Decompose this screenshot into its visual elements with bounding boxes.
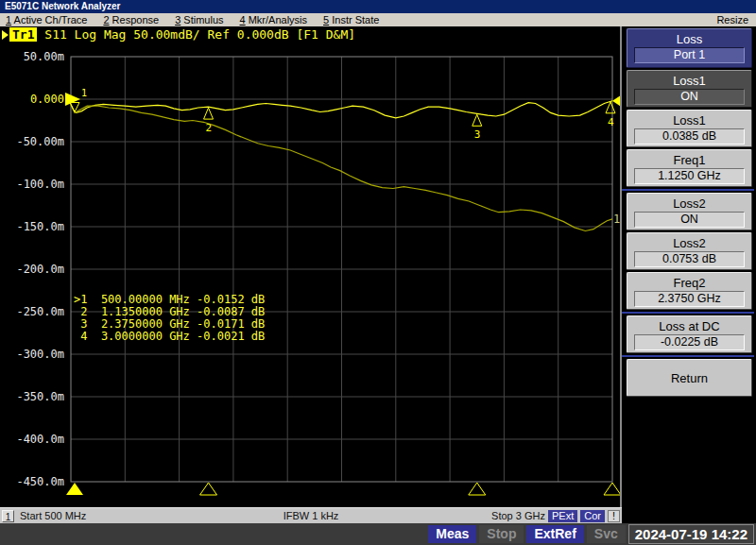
softkey-loss2-0.0753-db[interactable]: Loss20.0753 dB <box>627 232 752 270</box>
marker-3-icon <box>472 114 482 126</box>
active-trace-arrow-icon <box>2 30 9 40</box>
stimulus-marker-1-icon <box>66 483 83 495</box>
softkey-group-separator <box>622 312 754 314</box>
menu-items: 1 Active Ch/Trace2 Response3 Stimulus4 M… <box>6 14 395 26</box>
menu-item-stimulus[interactable]: 3 Stimulus <box>175 14 223 26</box>
softkey-label: Loss2 <box>627 194 751 212</box>
softkey-value: 1.1250 GHz <box>634 168 745 184</box>
channel-number-box: 1 <box>2 510 14 522</box>
softkey-freq1-1.1250-ghz[interactable]: Freq11.1250 GHz <box>627 149 752 187</box>
menu-item-instr-state[interactable]: 5 Instr State <box>323 14 379 26</box>
datetime-display: 2024-07-19 14:22 <box>628 524 754 544</box>
softkey-value: ON <box>634 89 745 105</box>
cor-badge: Cor <box>580 510 605 522</box>
softkey-label: Loss1 <box>627 71 751 89</box>
softkey-label: Loss at DC <box>627 316 751 334</box>
alert-badge: ! <box>608 510 620 522</box>
menu-item-active-ch-trace[interactable]: 1 Active Ch/Trace <box>6 14 87 26</box>
softkey-value: -0.0225 dB <box>634 334 745 350</box>
trace-tag: Tr1 <box>9 27 37 42</box>
y-tick-label: -450.0m <box>0 476 64 488</box>
status-stop: Stop <box>479 525 524 543</box>
marker-readout-table: >1 500.00000 MHz -0.0152 dB 2 1.1350000 … <box>74 294 265 343</box>
softkey-value: 0.0385 dB <box>634 128 745 145</box>
y-tick-label: -400.0m <box>0 434 64 446</box>
softkey-group-separator <box>622 189 754 191</box>
softkey-label: Freq1 <box>627 150 751 168</box>
start-frequency-label: Start 500 MHz <box>20 510 86 521</box>
softkey-value: 2.3750 GHz <box>634 291 745 307</box>
softkey-loss-at-dc--0.0225-db[interactable]: Loss at DC-0.0225 dB <box>627 315 752 353</box>
y-tick-label: -50.00m <box>0 136 64 148</box>
window-title: E5071C Network Analyzer <box>5 1 120 11</box>
softkey-loss-port-1[interactable]: LossPort 1 <box>627 28 752 68</box>
softkey-freq2-2.3750-ghz[interactable]: Freq22.3750 GHz <box>627 272 752 310</box>
status-meas: Meas <box>428 525 476 543</box>
softkey-value: Port 1 <box>634 47 745 63</box>
softkey-loss2-on[interactable]: Loss2ON <box>627 193 752 230</box>
softkey-label: Loss1 <box>627 111 751 128</box>
softkey-group-separator <box>622 355 754 357</box>
menu-item-mkr-analysis[interactable]: 4 Mkr/Analysis <box>240 14 308 26</box>
marker-4-icon <box>606 102 615 113</box>
marker-2-number: 2 <box>206 122 213 134</box>
graticule-plot: 11234 <box>0 43 622 507</box>
marker-table-row: 4 3.0000000 GHz -0.0021 dB <box>74 331 265 343</box>
softkey-return[interactable]: Return <box>627 359 752 397</box>
stop-frequency-label: Stop 3 GHz <box>491 510 545 521</box>
stimulus-marker-3-icon <box>469 483 486 495</box>
softkey-label: Return <box>671 371 708 385</box>
marker-3-number: 3 <box>474 128 481 141</box>
y-tick-label: -200.0m <box>0 264 64 276</box>
stimulus-marker-4-icon <box>604 483 621 495</box>
pext-badge: PExt <box>548 510 577 522</box>
y-tick-label: -300.0m <box>0 349 64 361</box>
analyzer-screen: E5071C Network Analyzer 1 Active Ch/Trac… <box>0 0 756 545</box>
softkey-loss1-0.0385-db[interactable]: Loss10.0385 dB <box>627 110 752 147</box>
menu-item-response[interactable]: 2 Response <box>103 14 159 26</box>
ref-level-arrow-icon <box>65 93 80 106</box>
softkey-label: Freq2 <box>627 273 751 291</box>
y-tick-label: -350.0m <box>0 391 64 403</box>
softkey-value: ON <box>634 212 745 228</box>
status-svc: Svc <box>587 525 626 543</box>
ref-level-number: 1 <box>81 88 87 98</box>
stop-frequency-group: Stop 3 GHz PExtCor ! <box>491 510 620 522</box>
softkey-sidebar: LossPort 1Loss1ONLoss10.0385 dBFreq11.12… <box>622 26 756 523</box>
menu-bar: 1 Active Ch/Trace2 Response3 Stimulus4 M… <box>0 13 756 26</box>
status-extref: ExtRef <box>526 525 583 543</box>
marker-2-icon <box>204 108 214 119</box>
status-indicators: MeasStopExtRefSvc <box>428 525 625 543</box>
y-tick-label: -100.0m <box>0 179 64 191</box>
resize-button[interactable]: Resize <box>716 14 748 26</box>
channel-badges: PExtCor <box>548 510 605 522</box>
y-tick-label: -250.0m <box>0 306 64 318</box>
y-tick-label: -150.0m <box>0 221 64 233</box>
softkey-label: Loss <box>627 29 751 47</box>
softkey-value: 0.0753 dB <box>634 251 745 267</box>
softkey-label: Loss2 <box>627 233 751 251</box>
window-titlebar: E5071C Network Analyzer <box>0 0 756 13</box>
y-tick-label: 0.000 <box>0 94 64 106</box>
instrument-status-bar: MeasStopExtRefSvc 2024-07-19 14:22 <box>0 523 756 545</box>
stimulus-marker-2-icon <box>200 483 217 495</box>
trace-status-line[interactable]: Tr1 S11 Log Mag 50.00mdB/ Ref 0.000dB [F… <box>0 26 622 43</box>
channel-status-bar: 1 Start 500 MHz IFBW 1 kHz Stop 3 GHz PE… <box>0 507 622 523</box>
softkey-loss1-on[interactable]: Loss1ON <box>627 70 752 108</box>
trace-params: S11 Log Mag 50.00mdB/ Ref 0.000dB [F1 D&… <box>37 27 355 42</box>
marker-4-number: 4 <box>608 116 614 128</box>
y-tick-label: 50.00m <box>0 51 64 63</box>
